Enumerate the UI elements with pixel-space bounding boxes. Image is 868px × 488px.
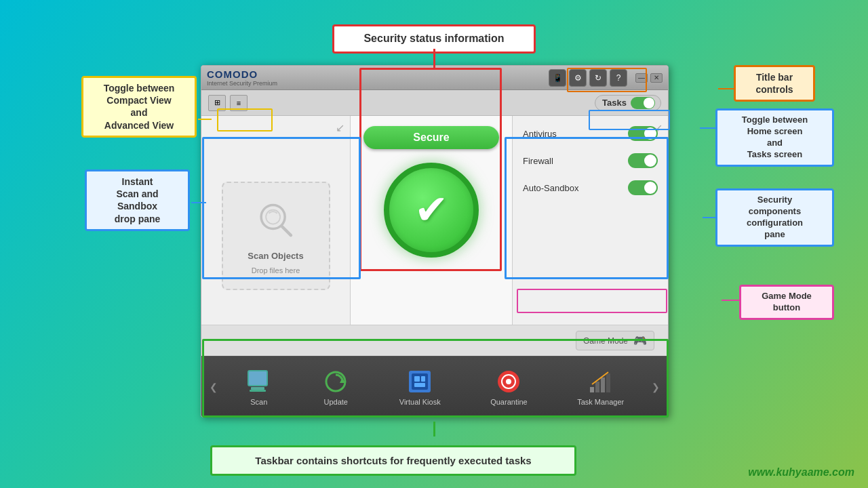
taskbar-item-update[interactable]: Update — [315, 364, 356, 410]
toggle-view-text: Toggle betweenCompact ViewandAdvanced Vi… — [104, 83, 175, 131]
security-status-connector-v — [433, 49, 435, 68]
app-subtitle: Internet Security Premium — [207, 80, 277, 87]
game-mode-connector — [722, 300, 741, 301]
taskbar-item-quarantine[interactable]: Quarantine — [484, 364, 534, 410]
status-circle: ✔ — [384, 163, 479, 258]
scan-pane: ↙ Scan Objects Drop files here — [201, 116, 351, 356]
taskbar-info-callout: Taskbar contains shortcuts for frequentl… — [210, 445, 576, 476]
taskbar-item-task-manager[interactable]: Task Manager — [570, 364, 631, 410]
toggle-home-text: Toggle betweenHome screenandTasks screen — [742, 115, 808, 159]
taskbar-info-text: Taskbar contains shortcuts for frequentl… — [255, 455, 531, 466]
scan-objects-icon — [252, 198, 300, 245]
svg-rect-16 — [590, 387, 594, 392]
app-logo: COMODO Internet Security Premium — [207, 68, 277, 87]
security-config-connector — [703, 217, 717, 218]
taskbar-item-virtual-kiosk[interactable]: Virtual Kiosk — [393, 364, 448, 410]
game-mode-bar: Game Mode 🎮 — [201, 325, 668, 356]
toggle-home-connector — [700, 127, 717, 129]
status-pane: Secure ✔ — [351, 116, 512, 356]
tasks-toggle[interactable]: Tasks — [595, 95, 661, 111]
svg-point-15 — [506, 379, 511, 384]
svg-rect-17 — [595, 382, 599, 392]
scan-taskbar-icon — [245, 368, 273, 395]
security-config-pane: ↙ Antivirus Firewall Auto-Sandbox — [512, 116, 668, 356]
autosandbox-toggle-thumb — [644, 182, 656, 194]
tasks-slider — [631, 97, 655, 109]
compact-view-button[interactable]: ⊞ — [208, 95, 226, 111]
advanced-view-button[interactable]: ≡ — [230, 95, 248, 111]
brand-name: COMODO — [207, 68, 277, 80]
scan-objects-label: Scan Objects — [248, 251, 303, 261]
instant-scan-connector — [191, 202, 206, 203]
svg-rect-3 — [248, 371, 267, 386]
title-bar: COMODO Internet Security Premium 📱 ⚙ ↻ ?… — [201, 66, 668, 90]
taskbar: ❮ Scan Update Virtual Kiosk — [201, 356, 668, 417]
svg-line-1 — [281, 226, 290, 235]
svg-rect-5 — [250, 390, 266, 392]
settings-icon[interactable]: ⚙ — [569, 69, 587, 87]
refresh-icon[interactable]: ↻ — [589, 69, 607, 87]
scan-drop-label: Drop files here — [252, 266, 300, 274]
tasks-slider-thumb — [644, 98, 654, 108]
svg-rect-11 — [421, 376, 425, 382]
svg-rect-19 — [606, 373, 610, 392]
taskbar-items: Scan Update Virtual Kiosk Quarantine — [220, 364, 649, 410]
firewall-label: Firewall — [523, 156, 553, 166]
toggle-view-connector — [198, 119, 212, 120]
game-mode-callout: Game Modebutton — [739, 285, 834, 320]
close-button[interactable]: ✕ — [650, 73, 663, 83]
svg-rect-18 — [601, 378, 605, 392]
svg-rect-12 — [414, 383, 425, 387]
security-config-callout: Securitycomponentsconfigurationpane — [715, 188, 834, 247]
taskbar-item-scan[interactable]: Scan — [239, 364, 279, 410]
game-mode-label: Game Mode — [583, 336, 628, 346]
virtual-kiosk-taskbar-label: Virtual Kiosk — [399, 398, 441, 406]
scan-drop-area[interactable]: Scan Objects Drop files here — [222, 182, 330, 290]
taskbar-prev-button[interactable]: ❮ — [207, 373, 220, 401]
task-manager-taskbar-label: Task Manager — [577, 398, 624, 406]
update-taskbar-label: Update — [324, 398, 348, 406]
toggle-home-callout: Toggle betweenHome screenandTasks screen — [715, 108, 834, 167]
game-mode-button[interactable]: Game Mode 🎮 — [576, 331, 654, 350]
title-bar-connector — [718, 88, 735, 89]
secure-bar: Secure — [363, 126, 499, 149]
secure-label: Secure — [413, 131, 449, 144]
task-manager-taskbar-icon — [587, 368, 614, 395]
title-bar-icons: 📱 ⚙ ↻ ? — [549, 69, 627, 87]
firewall-toggle[interactable] — [628, 153, 658, 168]
autosandbox-label: Auto-Sandbox — [523, 183, 578, 193]
title-bar-text: Title barcontrols — [755, 72, 793, 95]
gamepad-icon: 🎮 — [633, 334, 647, 347]
checkmark-icon: ✔ — [414, 190, 448, 230]
help-icon[interactable]: ? — [610, 69, 627, 87]
title-bar-callout: Title barcontrols — [734, 65, 815, 102]
antivirus-toggle[interactable] — [628, 126, 658, 141]
instant-scan-callout: InstantScan andSandboxdrop pane — [85, 169, 190, 231]
firewall-toggle-thumb — [644, 155, 656, 167]
security-config-text: Securitycomponentsconfigurationpane — [747, 195, 803, 239]
antivirus-toggle-thumb — [644, 127, 656, 140]
game-mode-text: Game Modebutton — [762, 291, 812, 312]
virtual-kiosk-taskbar-icon — [406, 368, 433, 395]
antivirus-label: Antivirus — [523, 129, 557, 139]
quarantine-taskbar-icon — [495, 368, 522, 395]
autosandbox-row: Auto-Sandbox — [523, 180, 658, 195]
toolbar-row: ⊞ ≡ Tasks — [201, 90, 668, 116]
update-taskbar-icon — [322, 368, 349, 395]
taskbar-info-connector-v — [433, 422, 435, 436]
firewall-row: Firewall — [523, 153, 658, 168]
svg-rect-9 — [412, 373, 428, 390]
minimize-button[interactable]: — — [635, 73, 648, 83]
tasks-label: Tasks — [602, 98, 627, 108]
taskbar-next-button[interactable]: ❯ — [649, 373, 663, 401]
pane-corner-icon: ↙ — [336, 121, 344, 134]
autosandbox-toggle[interactable] — [628, 180, 658, 195]
antivirus-row: Antivirus — [523, 126, 658, 141]
quarantine-taskbar-label: Quarantine — [490, 398, 527, 406]
watermark: www.kuhyaame.com — [748, 466, 854, 479]
monitor-icon[interactable]: 📱 — [549, 69, 566, 87]
scan-taskbar-label: Scan — [250, 398, 267, 406]
svg-rect-10 — [414, 376, 420, 382]
main-content: ↙ Scan Objects Drop files here Secure ✔ — [201, 116, 668, 356]
app-window: COMODO Internet Security Premium 📱 ⚙ ↻ ?… — [201, 65, 669, 418]
